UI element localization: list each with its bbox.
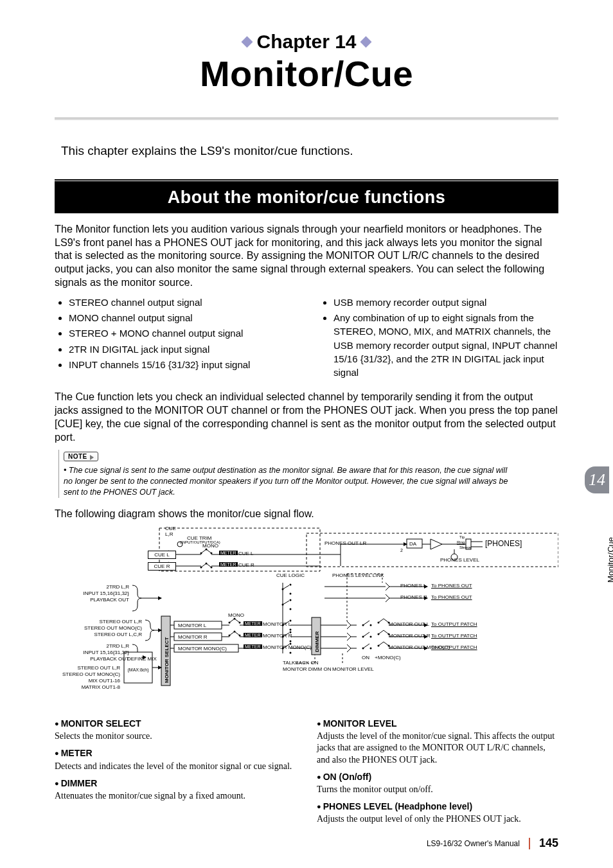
svg-line-40: [283, 585, 289, 589]
svg-line-73: [363, 632, 369, 637]
note-tag: NOTE: [64, 452, 98, 461]
svg-point-29: [239, 622, 241, 624]
svg-point-7: [206, 563, 208, 565]
svg-point-32: [239, 635, 241, 637]
svg-point-27: [229, 622, 231, 624]
gloss-body: Detects and indicates the level of the m…: [55, 761, 296, 772]
footer-manual-name: LS9-16/32 Owner's Manual: [427, 839, 520, 848]
svg-line-44: [283, 601, 289, 605]
glossary-columns: MONITOR SELECT Selects the monitor sourc…: [55, 713, 558, 826]
signal-flow-diagram: CUE L,R CUE TRIM (INPUT/OUTPUT/DCA) CUE …: [55, 525, 558, 698]
gloss-head: ON (On/off): [317, 771, 558, 783]
diagram-caption: The following diagram shows the monitor/…: [55, 508, 558, 520]
svg-point-74: [370, 636, 372, 638]
svg-point-5: [211, 553, 213, 554]
gloss-head: PHONES LEVEL (Headphone level): [317, 801, 558, 812]
note-text: • The cue signal is sent to the same out…: [64, 465, 513, 498]
svg-line-70: [363, 621, 369, 625]
svg-point-41: [290, 584, 292, 586]
svg-point-8: [211, 567, 213, 569]
title-underline: [55, 118, 558, 123]
svg-point-82: [378, 645, 380, 647]
svg-point-30: [229, 635, 231, 637]
chapter-number: Chapter 14: [256, 31, 356, 52]
gloss-head: MONITOR SELECT: [55, 718, 296, 729]
bullet-columns: STEREO channel output signal MONO channe…: [55, 296, 558, 382]
diamond-icon: ◆: [242, 33, 253, 49]
bullet-item: 2TR IN DIGITAL jack input signal: [69, 342, 294, 356]
page-title: Monitor/Cue: [55, 53, 558, 94]
svg-point-78: [378, 622, 380, 624]
svg-line-76: [363, 644, 369, 648]
svg-rect-0: [306, 533, 558, 567]
svg-point-45: [290, 599, 292, 601]
bullet-item: USB memory recorder output signal: [333, 296, 558, 309]
bullet-item: Any combination of up to eight signals f…: [333, 311, 558, 379]
svg-point-31: [234, 631, 236, 633]
gloss-body: Attenuates the monitor/cue signal by a f…: [55, 790, 296, 802]
svg-point-77: [370, 648, 372, 650]
gloss-body: Adjusts the level of the monitor/cue sig…: [317, 731, 558, 766]
chapter-intro: This chapter explains the LS9's monitor/…: [55, 144, 558, 158]
body-para-2: The Cue function lets you check an indiv…: [55, 390, 558, 443]
svg-point-71: [370, 624, 372, 626]
svg-point-3: [200, 553, 202, 554]
page-footer: LS9-16/32 Owner's Manual 145: [0, 837, 558, 850]
svg-point-58: [290, 652, 292, 654]
svg-point-80: [378, 633, 380, 635]
svg-point-46: [290, 608, 292, 610]
gloss-head: DIMMER: [55, 777, 296, 789]
footer-separator: [529, 838, 530, 849]
gloss-body: Adjusts the output level of only the PHO…: [317, 813, 558, 825]
diamond-icon: ◆: [360, 33, 371, 49]
footer-page-number: 145: [539, 837, 558, 850]
svg-point-54: [290, 641, 292, 642]
svg-point-50: [290, 629, 292, 631]
gloss-body: Turns the monitor output on/off.: [317, 784, 558, 795]
svg-point-42: [290, 593, 292, 595]
svg-point-6: [200, 567, 202, 569]
body-para-1: The Monitor function lets you audition v…: [55, 222, 558, 289]
bullet-item: STEREO + MONO channel output signal: [69, 326, 294, 340]
bullet-item: MONO channel output signal: [69, 311, 294, 324]
gloss-head: MONITOR LEVEL: [317, 718, 558, 729]
bullet-item: INPUT channels 15/16 {31/32} input signa…: [69, 358, 294, 371]
section-heading: About the monitor/cue functions: [55, 181, 558, 213]
gloss-head: METER: [55, 747, 296, 759]
chapter-prefix: ◆Chapter 14◆: [55, 31, 558, 53]
chapter-side-tab: 14: [585, 466, 609, 493]
note-block: NOTE • The cue signal is sent to the sam…: [56, 450, 558, 498]
bullet-item: STEREO channel output signal: [69, 296, 294, 309]
chapter-side-label: Monitor/Cue: [606, 537, 613, 583]
gloss-body: Selects the monitor source.: [55, 731, 296, 742]
